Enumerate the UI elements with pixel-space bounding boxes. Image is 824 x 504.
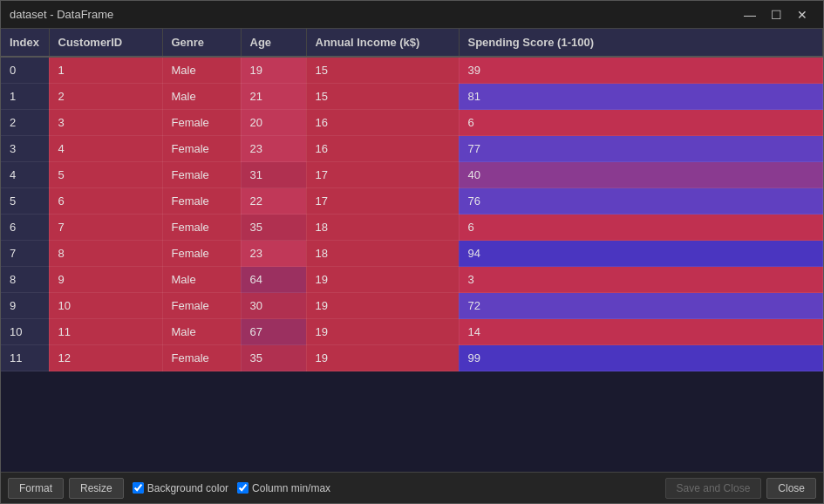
cell-index: 4 [1,162,49,188]
cell-score: 6 [459,110,823,136]
cell-genre: Female [162,241,241,267]
cell-genre: Female [162,345,241,371]
table-row: 12Male211581 [1,84,823,110]
col-header-income: Annual Income (k$) [306,29,459,57]
close-footer-button[interactable]: Close [766,478,816,499]
table-row: 910Female301972 [1,293,823,319]
titlebar: dataset - DataFrame — ☐ ✕ [1,1,823,29]
format-button[interactable]: Format [8,478,64,499]
col-header-genre: Genre [162,29,241,57]
cell-index: 2 [1,110,49,136]
cell-score: 3 [459,267,823,293]
save-close-button[interactable]: Save and Close [665,478,762,499]
cell-genre: Male [162,319,241,345]
window-close-button[interactable]: ✕ [790,5,814,24]
col-minmax-label[interactable]: Column min/max [252,482,330,494]
cell-customerid: 10 [49,293,162,319]
cell-genre: Female [162,215,241,241]
table-header-row: Index CustomerID Genre Age Annual Income… [1,29,823,57]
cell-income: 19 [306,293,459,319]
cell-income: 17 [306,162,459,188]
col-header-age: Age [241,29,306,57]
cell-income: 19 [306,319,459,345]
cell-customerid: 6 [49,188,162,215]
cell-index: 1 [1,84,49,110]
cell-age: 22 [241,188,306,215]
cell-index: 11 [1,345,49,371]
cell-age: 20 [241,110,306,136]
cell-income: 19 [306,267,459,293]
cell-customerid: 5 [49,162,162,188]
cell-score: 81 [459,84,823,110]
cell-age: 35 [241,215,306,241]
table-container: Index CustomerID Genre Age Annual Income… [1,29,823,472]
window-title: dataset - DataFrame [10,8,113,21]
table-row: 67Female35186 [1,215,823,241]
cell-income: 15 [306,57,459,84]
cell-age: 31 [241,162,306,188]
table-row: 34Female231677 [1,136,823,162]
cell-genre: Male [162,57,241,84]
cell-income: 18 [306,241,459,267]
cell-genre: Female [162,136,241,162]
bg-color-label[interactable]: Background color [147,482,228,494]
cell-age: 64 [241,267,306,293]
table-row: 89Male64193 [1,267,823,293]
cell-score: 40 [459,162,823,188]
cell-score: 99 [459,345,823,371]
cell-income: 18 [306,215,459,241]
col-header-score: Spending Score (1-100) [459,29,823,57]
cell-customerid: 8 [49,241,162,267]
col-minmax-checkbox[interactable] [237,482,249,494]
cell-customerid: 4 [49,136,162,162]
resize-button[interactable]: Resize [69,478,124,499]
table-row: 23Female20166 [1,110,823,136]
cell-age: 35 [241,345,306,371]
footer: Format Resize Background color Column mi… [1,472,823,503]
cell-score: 6 [459,215,823,241]
minimize-button[interactable]: — [738,5,762,24]
cell-index: 0 [1,57,49,84]
cell-genre: Female [162,162,241,188]
table-row: 56Female221776 [1,188,823,215]
cell-index: 10 [1,319,49,345]
cell-age: 19 [241,57,306,84]
cell-score: 94 [459,241,823,267]
cell-index: 3 [1,136,49,162]
col-header-customerid: CustomerID [49,29,162,57]
cell-index: 6 [1,215,49,241]
cell-index: 5 [1,188,49,215]
cell-genre: Female [162,188,241,215]
cell-income: 19 [306,345,459,371]
cell-age: 67 [241,319,306,345]
cell-age: 30 [241,293,306,319]
cell-genre: Male [162,84,241,110]
cell-score: 76 [459,188,823,215]
cell-income: 16 [306,136,459,162]
cell-score: 39 [459,57,823,84]
cell-index: 7 [1,241,49,267]
cell-age: 23 [241,241,306,267]
data-table: Index CustomerID Genre Age Annual Income… [1,29,823,371]
window-controls: — ☐ ✕ [738,5,814,24]
cell-customerid: 1 [49,57,162,84]
table-row: 01Male191539 [1,57,823,84]
cell-score: 14 [459,319,823,345]
table-row: 1011Male671914 [1,319,823,345]
main-window: dataset - DataFrame — ☐ ✕ Index Customer… [0,0,824,504]
cell-customerid: 12 [49,345,162,371]
cell-income: 15 [306,84,459,110]
bg-color-checkbox[interactable] [133,482,144,494]
table-row: 1112Female351999 [1,345,823,371]
cell-genre: Female [162,293,241,319]
cell-customerid: 7 [49,215,162,241]
cell-genre: Male [162,267,241,293]
maximize-button[interactable]: ☐ [764,5,788,24]
cell-score: 72 [459,293,823,319]
table-row: 45Female311740 [1,162,823,188]
cell-customerid: 9 [49,267,162,293]
cell-customerid: 11 [49,319,162,345]
cell-customerid: 3 [49,110,162,136]
col-header-index: Index [1,29,49,57]
table-row: 78Female231894 [1,241,823,267]
